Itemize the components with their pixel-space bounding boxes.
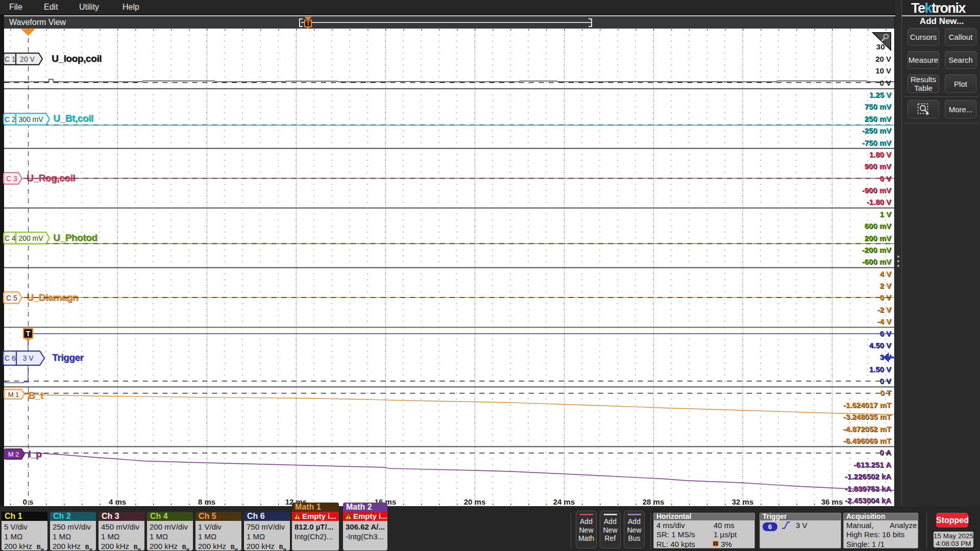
svg-text:C 5: C 5 — [6, 294, 17, 302]
svg-text:20 V: 20 V — [20, 55, 35, 63]
svg-text:M 1: M 1 — [8, 391, 19, 398]
svg-text:C 1: C 1 — [5, 55, 16, 63]
svg-text:300 mV: 300 mV — [18, 115, 43, 123]
svg-text:3 V: 3 V — [22, 354, 34, 362]
svg-text:200 mV: 200 mV — [18, 234, 43, 242]
svg-text:M 2: M 2 — [8, 450, 19, 458]
svg-text:C 6: C 6 — [5, 354, 16, 362]
svg-text:T: T — [26, 330, 31, 338]
svg-text:C 4: C 4 — [5, 234, 16, 242]
svg-text:C 2: C 2 — [5, 115, 16, 123]
svg-text:T: T — [715, 541, 717, 546]
svg-text:T: T — [306, 20, 310, 27]
svg-text:C 3: C 3 — [6, 174, 17, 183]
